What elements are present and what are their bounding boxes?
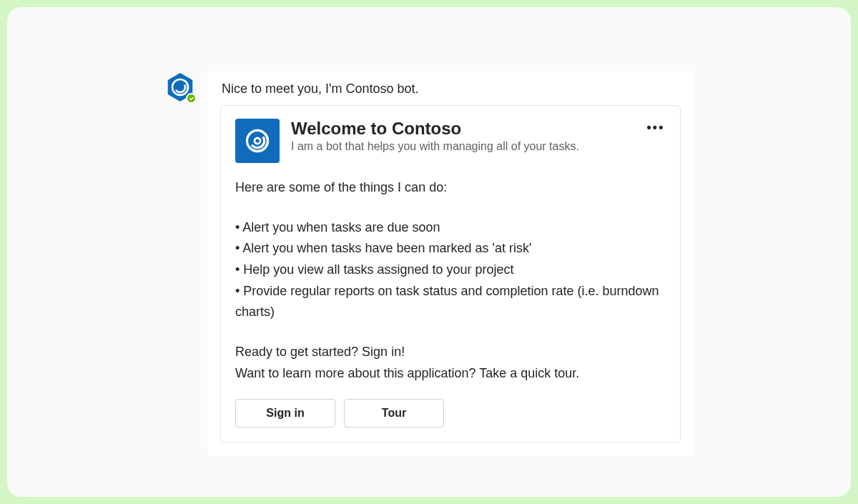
list-item: Help you view all tasks assigned to your… <box>235 260 666 281</box>
message-intro-text: Nice to meet you, I'm Contoso bot. <box>207 81 694 105</box>
contoso-logo-icon <box>235 119 280 163</box>
card-body: Here are some of the things I can do: Al… <box>235 177 666 385</box>
welcome-card: ••• Welcome to Contoso I am a bot that <box>220 105 681 443</box>
list-item: Alert you when tasks have been marked as… <box>235 238 666 260</box>
more-horizontal-icon: ••• <box>647 120 665 135</box>
card-subtitle: I am a bot that helps you with managing … <box>291 140 666 153</box>
card-header: Welcome to Contoso I am a bot that helps… <box>235 119 666 163</box>
more-options-button[interactable]: ••• <box>644 119 667 136</box>
card-actions: Sign in Tour <box>235 399 666 428</box>
message-bubble: Nice to meet you, I'm Contoso bot. ••• <box>207 71 694 457</box>
card-title-block: Welcome to Contoso I am a bot that helps… <box>291 119 666 153</box>
list-item: Alert you when tasks are due soon <box>235 217 666 239</box>
bot-avatar <box>164 71 196 103</box>
chat-message: Nice to meet you, I'm Contoso bot. ••• <box>164 71 694 457</box>
feature-list: Alert you when tasks are due soon Alert … <box>235 217 666 323</box>
card-title: Welcome to Contoso <box>291 119 666 139</box>
list-item: Provide regular reports on task status a… <box>235 281 666 323</box>
tour-button[interactable]: Tour <box>344 399 444 428</box>
cta-signin-text: Ready to get started? Sign in! <box>235 342 666 363</box>
presence-available-icon <box>186 93 197 104</box>
svg-point-3 <box>255 138 260 144</box>
sign-in-button[interactable]: Sign in <box>235 399 335 428</box>
cta-tour-text: Want to learn more about this applicatio… <box>235 363 666 385</box>
card-body-intro: Here are some of the things I can do: <box>235 177 666 199</box>
app-frame: Nice to meet you, I'm Contoso bot. ••• <box>7 7 851 497</box>
